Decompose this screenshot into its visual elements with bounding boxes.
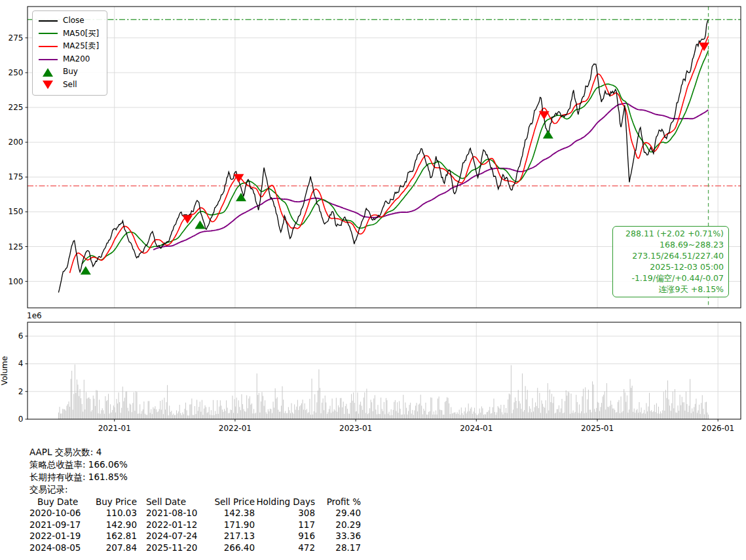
volume-bar	[323, 398, 324, 419]
volume-bar	[529, 406, 530, 419]
volume-bar	[298, 410, 299, 419]
volume-bar	[595, 412, 596, 419]
trade-cell: 20.29	[315, 519, 361, 531]
volume-bar	[476, 415, 477, 419]
volume-bar	[248, 399, 249, 420]
volume-bar	[679, 411, 679, 419]
volume-bar	[645, 414, 646, 419]
x-tick-label: 2024-01	[460, 424, 493, 433]
volume-bar	[457, 412, 458, 419]
volume-bar	[504, 405, 504, 419]
volume-bar	[625, 402, 626, 420]
legend-item-label: MA200	[63, 53, 90, 66]
volume-bar	[546, 400, 546, 419]
buy-triangle-icon	[38, 68, 58, 77]
volume-bar	[64, 409, 65, 419]
volume-bar	[524, 410, 525, 419]
volume-bar	[369, 413, 369, 420]
volume-bar	[156, 409, 157, 419]
volume-bar	[330, 406, 331, 419]
volume-bar	[91, 411, 92, 419]
volume-bar	[264, 406, 265, 419]
volume-bar	[663, 392, 664, 419]
volume-bar	[599, 411, 600, 419]
volume-bar	[614, 409, 614, 419]
volume-bar	[690, 379, 690, 419]
trade-cell: 2022-01-19	[29, 531, 90, 542]
volume-bar	[471, 407, 472, 419]
volume-bar	[487, 412, 488, 419]
legend-item-label: MA25[卖]	[63, 40, 99, 53]
volume-bar	[509, 394, 510, 419]
volume-bar	[250, 405, 251, 419]
volume-bar	[458, 414, 458, 419]
volume-bar	[226, 400, 227, 419]
volume-bar	[542, 404, 543, 420]
volume-bar	[262, 392, 263, 419]
volume-bar	[95, 406, 96, 419]
annotation-line: 连涨9天 +8.15%	[616, 284, 724, 295]
volume-bar	[662, 410, 663, 419]
volume-bar	[336, 398, 337, 419]
volume-bar	[305, 403, 305, 419]
volume-bar	[101, 410, 102, 419]
volume-bar	[380, 414, 381, 419]
volume-bar	[428, 415, 428, 419]
volume-bar	[312, 415, 313, 419]
trade-cell: 117	[255, 519, 315, 531]
volume-tick-label: 6	[18, 331, 24, 341]
volume-bar	[130, 405, 131, 419]
volume-bar	[487, 412, 487, 419]
close-line	[58, 20, 708, 293]
volume-bar	[648, 407, 648, 419]
volume-bar	[148, 401, 149, 419]
volume-bar	[384, 402, 384, 419]
volume-bar	[622, 413, 622, 419]
volume-bar	[441, 410, 441, 419]
volume-bar	[222, 409, 223, 419]
trade-col-header: Sell Date	[137, 496, 200, 508]
volume-bar	[565, 401, 565, 419]
y-tick-label: 275	[9, 33, 24, 43]
volume-bar	[402, 415, 403, 419]
volume-bar	[696, 399, 696, 419]
volume-bar	[83, 412, 83, 420]
volume-bar	[128, 411, 129, 419]
volume-bar	[147, 415, 147, 419]
volume-bar	[625, 392, 625, 419]
volume-bar	[356, 411, 357, 419]
trade-table: Buy DateBuy PriceSell DateSell PriceHold…	[29, 496, 361, 553]
volume-bar	[195, 406, 195, 419]
volume-bar	[218, 414, 219, 419]
volume-bar	[332, 399, 333, 420]
volume-bar	[320, 388, 320, 419]
volume-bar	[278, 410, 278, 420]
volume-bar	[162, 400, 162, 419]
volume-bar	[583, 389, 584, 419]
volume-bar	[240, 410, 241, 419]
volume-bar	[237, 413, 238, 419]
volume-bar	[178, 411, 179, 419]
volume-bar	[535, 402, 536, 419]
volume-bar	[106, 401, 107, 419]
trade-cell: 171.90	[200, 519, 255, 531]
volume-bar	[189, 415, 189, 419]
volume-bar	[185, 409, 185, 419]
volume-bar	[405, 403, 405, 420]
volume-bar	[548, 383, 548, 419]
volume-bar	[489, 407, 490, 419]
volume-bar	[485, 415, 486, 419]
volume-bar	[555, 413, 555, 419]
volume-bar	[403, 395, 403, 419]
volume-bar	[69, 401, 69, 419]
volume-bar	[181, 415, 182, 419]
volume-bar	[367, 414, 368, 419]
volume-bar	[71, 371, 72, 419]
volume-bar	[174, 415, 175, 419]
volume-bar	[236, 398, 237, 419]
volume-bar	[460, 415, 460, 420]
volume-bar	[646, 403, 646, 419]
volume-bar	[105, 396, 105, 419]
volume-bar	[395, 400, 396, 419]
volume-bar	[187, 410, 187, 419]
